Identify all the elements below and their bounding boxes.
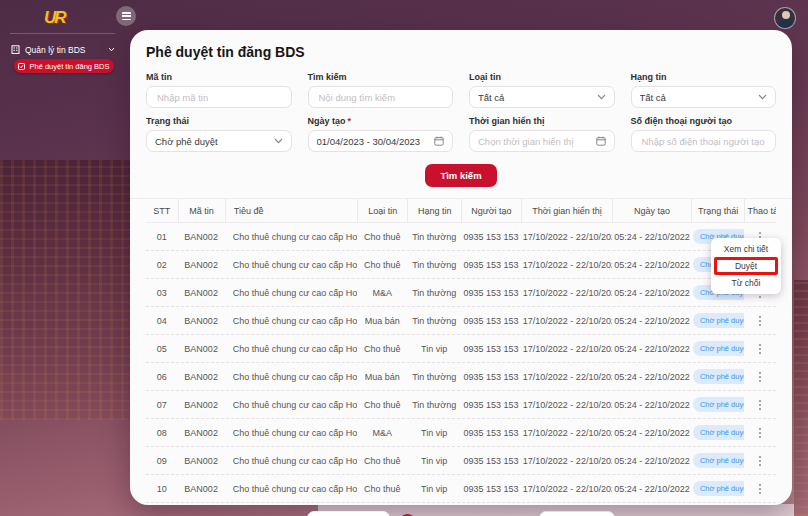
table-row: 06 BAN002 Cho thuê chung cư cao cấp Hoàn… [146,363,776,391]
row-actions-button[interactable] [753,398,767,412]
cell-thoi-gian-hien-thi: 17/10/2022 - 22/10/2022 [521,428,612,438]
ngay-tao-daterange[interactable]: 01/04/2023 - 30/04/2023 [308,130,454,152]
sidebar-item-phe-duyet-tin-dang-bds[interactable]: Phê duyệt tin đăng BDS [14,59,114,73]
context-menu-item[interactable]: Duyệt [714,257,778,275]
sidebar-divider [10,33,115,34]
cell-hang-tin: Tin vip [407,344,461,354]
cell-loai-tin: M&A [357,428,407,438]
kebab-icon [759,460,761,462]
table-header: STT Mã tin Tiêu đề Loại tin Hạng tin Ngư… [146,199,776,223]
cell-tieu-de: Cho thuê chung cư cao cấp Hoàng Anh Gia … [225,344,357,354]
cell-ma-tin: BAN002 [178,232,225,242]
so-dien-thoai-input[interactable] [640,135,768,148]
cell-tieu-de: Cho thuê chung cư cao cấp Hoàng Anh Gia … [225,484,357,494]
cell-ngay-tao: 05:24 - 22/10/2022 [612,288,691,298]
table-row: 08 BAN002 Cho thuê chung cư cao cấp Hoàn… [146,419,776,447]
trang-thai-select[interactable]: Chờ phê duyệt [146,130,292,152]
table-row: 03 BAN002 Cho thuê chung cư cao cấp Hoàn… [146,279,776,307]
pagination: Trang trước 123...8910 Trang sau [146,511,776,516]
row-actions-button[interactable] [753,426,767,440]
filter-label: Hạng tin [631,72,777,82]
table-row: 07 BAN002 Cho thuê chung cư cao cấp Hoàn… [146,391,776,419]
cell-ngay-tao: 05:24 - 22/10/2022 [612,484,691,494]
cell-trang-thai: Chờ phê duyệt [691,397,745,412]
menu-icon [122,12,131,20]
status-badge: Chờ phê duyệt [693,481,745,496]
user-avatar[interactable] [774,7,796,29]
cell-loai-tin: Cho thuê [357,260,407,270]
cell-thao-tac [744,370,776,384]
cell-nguoi-tao: 0935 153 153 [461,288,521,298]
search-button[interactable]: Tìm kiếm [425,164,496,187]
cell-tieu-de: Cho thuê chung cư cao cấp Hoàng Anh Gia … [225,288,357,298]
calendar-icon [596,136,606,146]
cell-ma-tin: BAN002 [178,484,225,494]
row-actions-button[interactable] [753,482,767,496]
table-row: 01 BAN002 Cho thuê chung cư cao cấp Hoàn… [146,223,776,251]
prev-page-button[interactable]: Trang trước [307,511,391,516]
kebab-icon [759,488,761,490]
row-actions-button[interactable] [753,370,767,384]
status-badge: Chờ phê duyệt [693,341,745,356]
chevron-down-icon [274,138,283,144]
cell-hang-tin: Tin thường [407,260,461,270]
filter-tim-kiem: Tìm kiếm [308,72,454,108]
kebab-icon [759,404,761,406]
cell-loai-tin: Cho thuê [357,400,407,410]
next-page-button[interactable]: Trang sau [539,511,615,516]
loai-tin-select[interactable]: Tất cả [469,86,615,108]
cell-loai-tin: Cho thuê [357,344,407,354]
table-row: 02 BAN002 Cho thuê chung cư cao cấp Hoàn… [146,251,776,279]
background-photo-right [794,280,808,516]
cell-thoi-gian-hien-thi: 17/10/2022 - 22/10/2022 [521,288,612,298]
cell-nguoi-tao: 0935 153 153 [461,428,521,438]
sidebar-active-label: Phê duyệt tin đăng BDS [29,62,109,71]
table-row: 09 BAN002 Cho thuê chung cư cao cấp Hoàn… [146,447,776,475]
table-row: 10 BAN002 Cho thuê chung cư cao cấp Hoàn… [146,475,776,503]
cell-ma-tin: BAN002 [178,428,225,438]
row-actions-button[interactable] [753,342,767,356]
status-badge: Chờ phê duyệt [693,453,745,468]
column-header-thao-tac: Thao tác [744,199,776,223]
cell-thoi-gian-hien-thi: 17/10/2022 - 22/10/2022 [521,316,612,326]
cell-ngay-tao: 05:24 - 22/10/2022 [612,372,691,382]
page-title: Phê duyệt tin đăng BDS [146,44,776,60]
row-actions-button[interactable] [753,454,767,468]
cell-ngay-tao: 05:24 - 22/10/2022 [612,344,691,354]
cell-thoi-gian-hien-thi: 17/10/2022 - 22/10/2022 [521,372,612,382]
sidebar-toggle-button[interactable] [116,6,136,26]
cell-ma-tin: BAN002 [178,316,225,326]
filter-label: Số điện thoại người tạo [631,116,777,126]
cell-tieu-de: Cho thuê chung cư cao cấp Hoàng Anh Gia … [225,260,357,270]
context-menu-item[interactable]: Từ chối [711,275,781,291]
cell-trang-thai: Chờ phê duyệt [691,341,745,356]
row-actions-button[interactable] [753,314,767,328]
context-menu-item[interactable]: Xem chi tiết [711,241,781,257]
cell-nguoi-tao: 0935 153 153 [461,456,521,466]
cell-trang-thai: Chờ phê duyệt [691,369,745,384]
cell-trang-thai: Chờ phê duyệt [691,453,745,468]
hang-tin-select[interactable]: Tất cả [631,86,777,108]
approve-icon [18,63,25,70]
cell-tieu-de: Cho thuê chung cư cao cấp Hoàng Anh Gia … [225,372,357,382]
filter-loai-tin: Loại tin Tất cả [469,72,615,108]
table-body: 01 BAN002 Cho thuê chung cư cao cấp Hoàn… [146,223,776,503]
cell-thao-tac [744,398,776,412]
cell-thao-tac [744,482,776,496]
ma-tin-input[interactable] [155,91,283,104]
thoi-gian-hien-thi-daterange[interactable]: Chọn thời gian hiển thị [469,130,615,152]
cell-nguoi-tao: 0935 153 153 [461,344,521,354]
column-header-tieu-de: Tiêu đề [225,199,357,223]
tim-kiem-input[interactable] [317,91,445,104]
kebab-icon [759,320,761,322]
filter-label: Thời gian hiển thị [469,116,615,126]
chevron-down-icon [108,47,115,52]
cell-thoi-gian-hien-thi: 17/10/2022 - 22/10/2022 [521,484,612,494]
cell-thao-tac [744,342,776,356]
cell-nguoi-tao: 0935 153 153 [461,400,521,410]
select-value: Chờ phê duyệt [155,136,274,147]
sidebar-item-quan-ly-tin-bds[interactable]: Quản lý tin BDS [11,42,115,57]
cell-thoi-gian-hien-thi: 17/10/2022 - 22/10/2022 [521,232,612,242]
background-photo-buildings [0,160,132,420]
cell-thoi-gian-hien-thi: 17/10/2022 - 22/10/2022 [521,456,612,466]
